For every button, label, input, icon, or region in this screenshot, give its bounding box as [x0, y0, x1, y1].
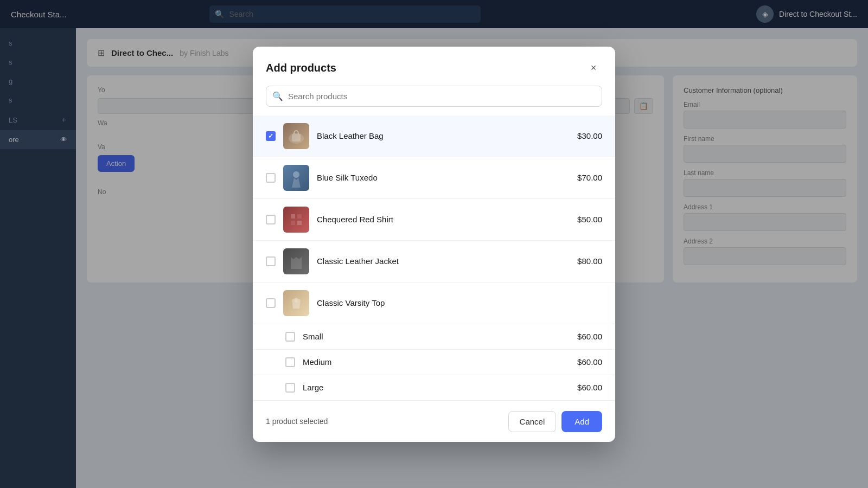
modal-header: Add products ×	[253, 47, 615, 86]
product-image-chequered-red-shirt	[283, 207, 309, 233]
product-price-blue-silk-tuxedo: $70.00	[577, 173, 602, 182]
variant-checkbox-small[interactable]	[285, 332, 295, 342]
svg-rect-4	[297, 214, 302, 219]
product-checkbox-black-leather-bag[interactable]	[266, 131, 276, 141]
product-checkbox-blue-silk-tuxedo[interactable]	[266, 173, 276, 183]
product-name-classic-varsity-top: Classic Varsity Top	[317, 298, 595, 307]
modal-search-icon: 🔍	[272, 91, 283, 101]
product-list: Black Leather Bag $30.00 Blue Silk Tuxed…	[253, 115, 615, 401]
cancel-button[interactable]: Cancel	[508, 411, 557, 432]
product-name-classic-leather-jacket: Classic Leather Jacket	[317, 256, 570, 266]
variant-price-medium: $60.00	[577, 357, 602, 367]
product-image-classic-leather-jacket	[283, 248, 309, 274]
list-item[interactable]: Blue Silk Tuxedo $70.00	[253, 157, 615, 199]
modal-footer: 1 product selected Cancel Add	[253, 401, 615, 442]
product-image-classic-varsity-top	[283, 290, 309, 316]
list-item[interactable]: Chequered Red Shirt $50.00	[253, 199, 615, 241]
product-checkbox-chequered-red-shirt[interactable]	[266, 215, 276, 224]
product-price-black-leather-bag: $30.00	[577, 131, 602, 140]
list-item[interactable]: Large $60.00	[253, 375, 615, 401]
svg-point-2	[293, 171, 299, 178]
product-price-chequered-red-shirt: $50.00	[577, 215, 602, 224]
product-image-blue-silk-tuxedo	[283, 165, 309, 191]
modal-title: Add products	[266, 62, 336, 74]
product-name-black-leather-bag: Black Leather Bag	[317, 131, 570, 140]
variant-name-small: Small	[303, 332, 570, 341]
product-name-chequered-red-shirt: Chequered Red Shirt	[317, 215, 570, 224]
product-price-classic-leather-jacket: $80.00	[577, 256, 602, 266]
product-search-input[interactable]	[266, 86, 602, 107]
variant-price-small: $60.00	[577, 332, 602, 341]
variant-checkbox-medium[interactable]	[285, 357, 295, 367]
modal-search-wrapper: 🔍	[266, 86, 602, 107]
list-item[interactable]: Classic Leather Jacket $80.00	[253, 241, 615, 282]
svg-rect-3	[291, 214, 295, 219]
variant-checkbox-large[interactable]	[285, 383, 295, 393]
product-image-black-leather-bag	[283, 123, 309, 149]
modal-close-button[interactable]: ×	[585, 60, 602, 77]
add-button[interactable]: Add	[561, 411, 602, 432]
footer-buttons: Cancel Add	[508, 411, 602, 432]
modal-search-container: 🔍	[253, 86, 615, 115]
svg-point-7	[295, 299, 298, 303]
list-item[interactable]: Medium $60.00	[253, 350, 615, 375]
list-item[interactable]: Classic Varsity Top	[253, 282, 615, 324]
add-products-modal: Add products × 🔍 Black Leather Bag $30	[253, 47, 615, 442]
variant-name-large: Large	[303, 383, 570, 392]
svg-rect-5	[291, 221, 295, 225]
variant-name-medium: Medium	[303, 357, 570, 367]
modal-overlay[interactable]: Add products × 🔍 Black Leather Bag $30	[0, 0, 868, 488]
product-name-blue-silk-tuxedo: Blue Silk Tuxedo	[317, 173, 570, 182]
product-checkbox-classic-leather-jacket[interactable]	[266, 256, 276, 266]
svg-rect-6	[297, 221, 302, 225]
product-checkbox-classic-varsity-top[interactable]	[266, 298, 276, 308]
svg-rect-1	[292, 134, 301, 142]
selection-count: 1 product selected	[266, 417, 328, 426]
variant-price-large: $60.00	[577, 383, 602, 392]
list-item[interactable]: Small $60.00	[253, 324, 615, 350]
list-item[interactable]: Black Leather Bag $30.00	[253, 115, 615, 157]
